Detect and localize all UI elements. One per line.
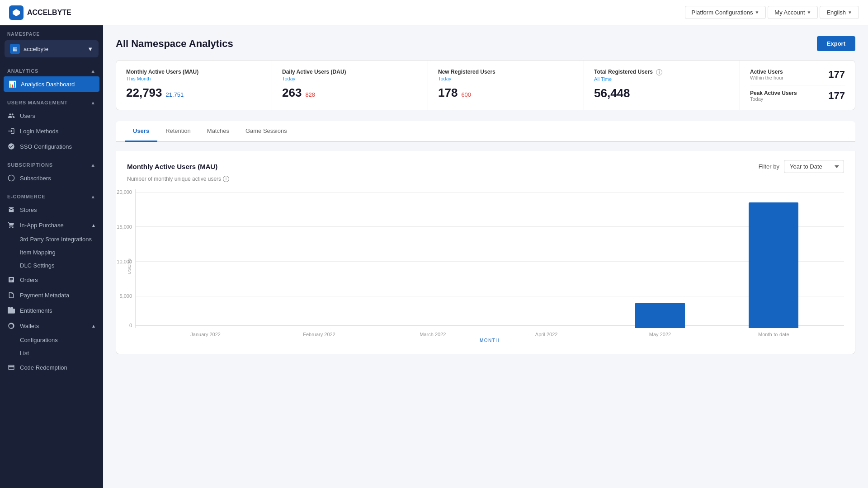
sidebar-item-label: 3rd Party Store Integrations bbox=[20, 236, 92, 243]
namespace-name: accelbyte bbox=[24, 46, 84, 52]
sidebar-item-subscribers[interactable]: Subscribers bbox=[0, 170, 103, 186]
payment-metadata-icon bbox=[7, 291, 15, 299]
total-users-title: Total Registered Users i bbox=[594, 69, 730, 75]
chevron-icon: ▲ bbox=[90, 100, 96, 105]
namespace-label: NAMESPACE bbox=[0, 25, 103, 40]
sidebar-item-label: Users bbox=[20, 113, 35, 119]
sidebar-item-label: Analytics Dashboard bbox=[21, 81, 75, 88]
sidebar-item-label: Configurations bbox=[20, 337, 58, 343]
tab-users[interactable]: Users bbox=[125, 121, 157, 142]
x-label-mar: March 2022 bbox=[408, 332, 458, 337]
tab-matches[interactable]: Matches bbox=[199, 121, 237, 142]
sidebar-section-header-ecommerce[interactable]: E-Commerce ▲ bbox=[0, 189, 103, 202]
chevron-down-icon: ▲ bbox=[91, 223, 96, 228]
bar-mtd bbox=[749, 202, 798, 328]
chart-grid: 20,000 15,000 10,000 bbox=[135, 189, 844, 328]
sidebar-item-label: In-App Purchase bbox=[20, 222, 64, 229]
sidebar-item-label: Subscribers bbox=[20, 175, 51, 182]
my-account-button[interactable]: My Account ▼ bbox=[768, 6, 818, 19]
sidebar-item-analytics-dashboard[interactable]: 📊 Analytics Dashboard bbox=[4, 76, 99, 92]
chevron-icon: ▲ bbox=[90, 194, 96, 199]
mau-value: 22,793 21,751 bbox=[126, 86, 262, 100]
sidebar-item-dlc-settings[interactable]: DLC Settings bbox=[0, 259, 103, 272]
tab-game-sessions[interactable]: Game Sessions bbox=[237, 121, 295, 142]
sidebar-item-item-mapping[interactable]: Item Mapping bbox=[0, 246, 103, 259]
chart-area: 20,000 15,000 10,000 bbox=[135, 189, 844, 343]
sidebar-section-analytics: Analytics ▲ 📊 Analytics Dashboard bbox=[0, 64, 103, 95]
sidebar-item-label: Wallets bbox=[20, 323, 39, 329]
sidebar-section-subscriptions: Subscriptions ▲ Subscribers bbox=[0, 158, 103, 189]
namespace-icon: ▦ bbox=[10, 44, 20, 54]
sidebar-section-header-users[interactable]: Users Management ▲ bbox=[0, 95, 103, 108]
language-button[interactable]: English ▼ bbox=[820, 6, 859, 19]
sidebar-item-orders[interactable]: Orders bbox=[0, 272, 103, 287]
sidebar-item-login-methods[interactable]: Login Methods bbox=[0, 123, 103, 139]
bar-may bbox=[635, 303, 685, 328]
main-content: All Namespace Analytics Export Monthly A… bbox=[103, 25, 868, 488]
analytics-dashboard-icon: 📊 bbox=[8, 80, 16, 88]
filter-by-label: Filter by bbox=[759, 163, 779, 170]
sidebar-section-ecommerce: E-Commerce ▲ Stores In-App Purchase ▲ 3r… bbox=[0, 189, 103, 379]
x-label-apr: April 2022 bbox=[522, 332, 571, 337]
x-label-mtd: Month-to-date bbox=[749, 332, 798, 337]
peak-users-mini: Peak Active Users Today 177 bbox=[750, 90, 845, 102]
chart-title: Monthly Active Users (MAU) bbox=[127, 163, 217, 170]
sidebar-item-label: Login Methods bbox=[20, 128, 58, 135]
sidebar-item-label: Item Mapping bbox=[20, 249, 56, 256]
x-label-may: May 2022 bbox=[635, 332, 685, 337]
stat-card-dau: Daily Active Users (DAU) Today 263 828 bbox=[272, 61, 428, 110]
sidebar-item-configurations[interactable]: Configurations bbox=[0, 333, 103, 347]
filter-select[interactable]: Year to Date Last 12 Months Last 6 Month… bbox=[784, 160, 844, 173]
namespace-selector[interactable]: ▦ accelbyte ▼ bbox=[5, 40, 99, 57]
svg-point-1 bbox=[8, 175, 14, 181]
active-users-val: 177 bbox=[828, 69, 845, 80]
sidebar-item-in-app-purchase[interactable]: In-App Purchase ▲ bbox=[0, 217, 103, 233]
sidebar-item-stores[interactable]: Stores bbox=[0, 202, 103, 217]
mau-prev: 21,751 bbox=[166, 91, 184, 98]
sidebar-item-label: List bbox=[20, 350, 29, 357]
sidebar: NAMESPACE ▦ accelbyte ▼ Analytics ▲ 📊 An… bbox=[0, 25, 103, 488]
chevron-down-icon: ▼ bbox=[807, 10, 811, 15]
sidebar-item-users[interactable]: Users bbox=[0, 108, 103, 123]
platform-config-button[interactable]: Platform Configurations ▼ bbox=[685, 6, 766, 19]
logo-icon bbox=[9, 5, 24, 20]
subscribers-icon bbox=[7, 174, 15, 182]
active-users-mini: Active Users Within the hour 177 bbox=[750, 69, 845, 80]
sidebar-item-list[interactable]: List bbox=[0, 347, 103, 360]
bar-chart: USERS 20,000 15,000 bbox=[127, 189, 844, 343]
stat-card-new-users: New Registered Users Today 178 600 bbox=[428, 61, 584, 110]
active-users-label: Active Users bbox=[750, 69, 783, 75]
stat-cards: Monthly Active Users (MAU) This Month 22… bbox=[116, 60, 855, 110]
sidebar-item-wallets[interactable]: Wallets ▲ bbox=[0, 318, 103, 333]
logo-text: ACCELBYTE bbox=[27, 9, 71, 17]
sidebar-item-entitlements[interactable]: Entitlements bbox=[0, 303, 103, 318]
export-button[interactable]: Export bbox=[817, 36, 855, 51]
sidebar-item-label: SSO Configurations bbox=[20, 143, 72, 150]
mau-title: Monthly Active Users (MAU) bbox=[126, 69, 262, 75]
layout: NAMESPACE ▦ accelbyte ▼ Analytics ▲ 📊 An… bbox=[0, 25, 868, 488]
sidebar-item-code-redemption[interactable]: Code Redemption bbox=[0, 360, 103, 375]
entitlements-icon bbox=[7, 306, 15, 314]
wallets-icon bbox=[7, 322, 15, 330]
x-label-feb: February 2022 bbox=[294, 332, 344, 337]
chart-subtitle: Number of monthly unique active users i bbox=[127, 176, 844, 182]
tab-retention[interactable]: Retention bbox=[157, 121, 199, 142]
mau-subtitle: This Month bbox=[126, 76, 262, 81]
login-methods-icon bbox=[7, 127, 15, 135]
sidebar-item-label: Entitlements bbox=[20, 307, 52, 314]
sidebar-section-header-subscriptions[interactable]: Subscriptions ▲ bbox=[0, 158, 103, 170]
bars-container bbox=[136, 189, 844, 328]
dau-prev: 828 bbox=[305, 91, 315, 98]
x-axis-title: MONTH bbox=[135, 338, 844, 343]
total-users-subtitle: All Time bbox=[594, 76, 730, 82]
sidebar-item-3rd-party-store[interactable]: 3rd Party Store Integrations bbox=[0, 233, 103, 246]
sidebar-item-payment-metadata[interactable]: Payment Metadata bbox=[0, 287, 103, 303]
sidebar-item-sso[interactable]: SSO Configurations bbox=[0, 139, 103, 154]
dau-title: Daily Active Users (DAU) bbox=[282, 69, 418, 75]
bar-may-rect bbox=[635, 303, 685, 328]
active-users-sub: Within the hour bbox=[750, 75, 783, 80]
active-peak-container: Active Users Within the hour 177 Peak Ac… bbox=[750, 69, 845, 102]
sidebar-section-header-analytics[interactable]: Analytics ▲ bbox=[0, 64, 103, 76]
chart-section: Monthly Active Users (MAU) Filter by Yea… bbox=[116, 151, 855, 354]
chevron-down-icon: ▲ bbox=[91, 324, 96, 328]
